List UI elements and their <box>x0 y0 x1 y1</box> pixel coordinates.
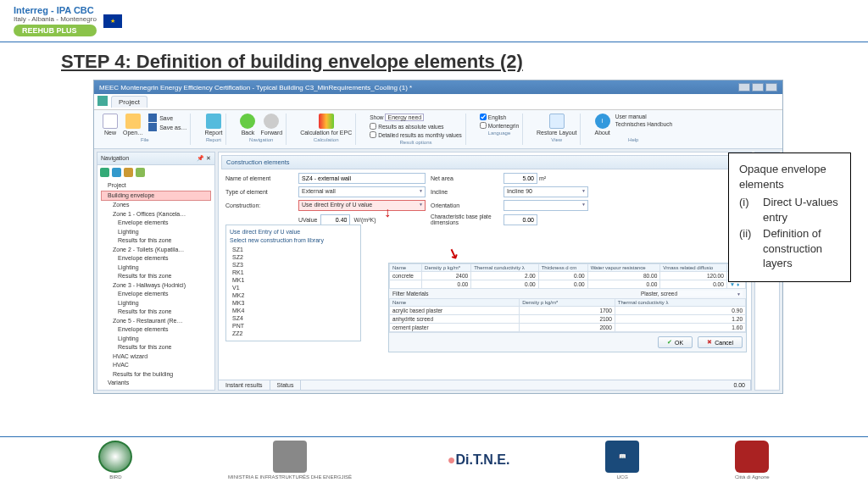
tree-item[interactable]: Lighting <box>101 263 211 273</box>
table-row[interactable]: acrylic based plaster17000.90 <box>390 307 746 315</box>
lib-option-library[interactable]: Select new construction from library <box>230 237 357 243</box>
tree-item[interactable]: Envelope elements <box>101 325 211 335</box>
tree-root[interactable]: Project <box>101 181 211 191</box>
ribbon-group-help: iAbout User manual Technisches Handbuch … <box>591 114 676 145</box>
cancel-button[interactable]: ✖Cancel <box>698 336 743 348</box>
tree-item[interactable]: Lighting <box>101 335 211 344</box>
about-button[interactable]: iAbout <box>594 114 609 136</box>
minimize-button[interactable] <box>738 83 750 92</box>
forward-button[interactable]: Forward <box>260 114 282 136</box>
tree-item[interactable]: HVAC wizard <box>101 352 211 362</box>
tab-project[interactable]: Project <box>111 96 147 108</box>
table-row[interactable]: anhydrite screed21001.20 <box>390 315 746 324</box>
pin-icon[interactable]: 📌 ✕ <box>197 155 211 162</box>
annotation-box: Opaque envelope elements (i)Direct U-val… <box>728 152 851 282</box>
dialog-buttons: ✔OK ✖Cancel <box>389 332 746 352</box>
tree-item[interactable]: Results for the building <box>101 370 211 380</box>
abs-values-checkbox[interactable]: Results as absolute values <box>370 123 462 130</box>
ribbon-group-report: Report Report <box>201 114 226 145</box>
table-row[interactable]: concrete24002.000.0080.00120.00▼ ♦ <box>390 272 746 280</box>
tree-item[interactable]: Variants <box>101 379 211 388</box>
nav-tool-1[interactable] <box>100 168 109 177</box>
window-title: MEEC Montenegrin Energy Efficiency Certi… <box>99 84 412 92</box>
construction-dropdown[interactable]: Use direct Entry of U value <box>298 200 426 211</box>
incline-label: Incline <box>431 189 498 195</box>
tree-item[interactable]: Results for this zone <box>101 272 211 281</box>
tree-item[interactable]: HVAC <box>101 361 211 370</box>
tree-item[interactable]: Envelope elements <box>101 219 211 228</box>
table-row[interactable]: cement plaster20001.60 <box>390 324 746 332</box>
ribbon-group-navigation: Back Forward Navigation <box>236 114 287 145</box>
nav-tool-3[interactable] <box>124 168 133 177</box>
name-input[interactable] <box>298 173 426 184</box>
handbook-link[interactable]: Technisches Handbuch <box>615 121 672 127</box>
tree-item[interactable]: Envelope elements <box>101 290 211 299</box>
lib-option-direct[interactable]: Use direct Entry of U value <box>230 229 357 235</box>
list-item[interactable]: MK2 <box>230 291 357 299</box>
user-manual-link[interactable]: User manual <box>615 114 672 119</box>
window-controls <box>738 83 777 92</box>
baseplate-input[interactable] <box>504 214 537 225</box>
list-item[interactable]: MK3 <box>230 299 357 307</box>
tab-instant-results[interactable]: Instant results <box>219 380 270 390</box>
show-select[interactable]: Energy need <box>385 114 424 121</box>
back-button[interactable]: Back <box>240 114 255 136</box>
type-dropdown[interactable]: External wall <box>298 186 426 197</box>
list-item[interactable]: ZZ2 <box>230 330 357 337</box>
tree-item[interactable]: Lighting <box>101 228 211 237</box>
tree-item[interactable]: Results for this zone <box>101 343 211 352</box>
orientation-dropdown[interactable] <box>504 200 588 211</box>
save-button[interactable]: Save <box>148 114 186 122</box>
maximize-button[interactable] <box>752 83 764 92</box>
show-select-row: Show Energy need <box>370 114 462 121</box>
list-item[interactable]: MK4 <box>230 307 357 314</box>
layers-table: NameDensity ρ kg/m³Thermal conductivity … <box>389 263 746 289</box>
saveas-button[interactable]: Save as… <box>148 123 186 131</box>
ribbon: New Open… Save Save as… File Report Repo… <box>94 110 782 149</box>
uvalue-input[interactable] <box>320 214 350 225</box>
monthly-values-checkbox[interactable]: Detailed results as monthly values <box>370 131 462 138</box>
incline-dropdown[interactable]: Incline 90 <box>504 186 588 197</box>
tree-item[interactable]: Zone 2 - Toilets (Kupatila… <box>101 246 211 255</box>
nav-tool-2[interactable] <box>112 168 121 177</box>
tree-item[interactable]: Results for this zone <box>101 308 211 317</box>
ok-button[interactable]: ✔OK <box>658 336 693 348</box>
tree-item[interactable]: Zone 1 - Offices (Kancela… <box>101 210 211 219</box>
ribbon-group-language: English Montenegrin Language <box>476 114 523 145</box>
report-button[interactable]: Report <box>204 114 222 136</box>
lang-english[interactable]: English <box>480 114 519 120</box>
list-item[interactable]: SZ2 <box>230 253 357 261</box>
list-item[interactable]: MK1 <box>230 276 357 284</box>
list-item[interactable]: SZ4 <box>230 314 357 322</box>
annotation-item: (ii)Definition of construction layers <box>739 226 840 271</box>
tree-item[interactable]: Results for this zone <box>101 236 211 246</box>
tree-item[interactable]: Zones <box>101 201 211 210</box>
tree-item[interactable]: Zone 3 - Hallways (Hodnici) <box>101 281 211 291</box>
close-button[interactable] <box>765 83 777 92</box>
calculation-button[interactable]: Calculation for EPC <box>300 114 352 136</box>
tree-item[interactable]: Lighting <box>101 299 211 308</box>
tree-item[interactable]: Zone 5 - Restaurant (Re… <box>101 317 211 326</box>
list-item[interactable]: PNT <box>230 322 357 330</box>
nav-tool-4[interactable] <box>136 168 145 177</box>
list-item[interactable]: V1 <box>230 284 357 291</box>
slide-header: Interreg - IPA CBC Italy - Albania - Mon… <box>0 0 868 42</box>
step-title: STEP 4: Definition of building envelope … <box>61 51 868 73</box>
tree-building-envelope[interactable]: Building envelope <box>101 191 211 202</box>
list-item[interactable]: RK1 <box>230 269 357 276</box>
restore-layout-button[interactable]: Restore Layout <box>537 114 576 136</box>
tree-item[interactable]: Envelope elements <box>101 254 211 263</box>
lang-montenegrin[interactable]: Montenegrin <box>480 122 519 129</box>
tab-status[interactable]: Status <box>270 380 302 390</box>
open-button[interactable]: Open… <box>123 114 143 136</box>
nav-header: Navigation📌 ✕ <box>97 152 214 165</box>
list-item[interactable]: SZ3 <box>230 261 357 269</box>
netarea-label: Net area <box>431 175 498 181</box>
partner-logo: BIRD <box>98 441 132 480</box>
new-button[interactable]: New <box>103 114 118 136</box>
netarea-input[interactable] <box>504 173 537 184</box>
list-item[interactable]: SZ1 <box>230 246 357 253</box>
table-row[interactable]: 0.000.000.000.000.00▼ ♦ <box>390 280 746 289</box>
body-area: Navigation📌 ✕ Project Building envelope … <box>94 149 782 393</box>
filter-dropdown[interactable]: Plaster, screed <box>641 291 743 297</box>
